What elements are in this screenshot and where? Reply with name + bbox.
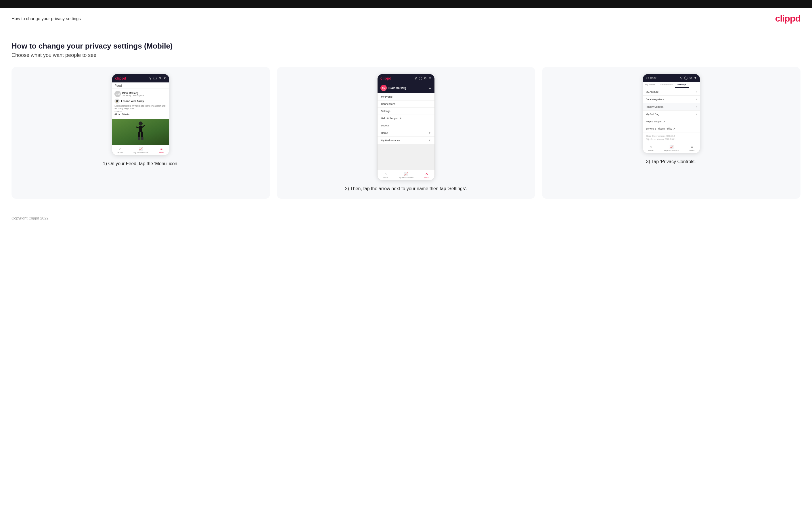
phone-mockup-2: clippd ⚲ ◯ ⚙ ▼ BM Blair McHarg [377,74,435,180]
data-integrations-chevron: › [696,98,697,101]
page-subheading: Choose what you want people to see [11,52,801,58]
phone-bottom-nav-1: ⌂ Home 📈 My Performance ≡ Menu [112,145,169,155]
phone-topbar-1: clippd ⚲ ◯ ⚙ ▼ [112,74,169,82]
tab-settings[interactable]: Settings [675,82,689,88]
chevron-down-icon-2: ▼ [428,76,432,80]
back-arrow-icon: ‹ [646,76,647,79]
menu-item-logout[interactable]: Logout [377,122,435,129]
phone-bottom-nav-3: ⌂ Home 📈 My Performance ≡ Menu [643,143,700,153]
svg-rect-4 [138,131,140,138]
step-3-caption: 3) Tap 'Privacy Controls'. [646,159,697,165]
settings-item-my-account[interactable]: My Account › [643,88,700,96]
nav-close[interactable]: ✕ Menu [424,172,429,178]
search-icon: ⚲ [149,76,152,80]
search-icon-3: ⚲ [680,76,682,80]
privacy-controls-label: Privacy Controls [646,105,664,108]
header-divider [0,27,812,27]
feed-post: BM Blair McHarg Yesterday · Sunningdale … [112,89,169,119]
phone-menu-overlay: BM Blair McHarg ▲ My Profile Connections… [377,82,435,170]
settings-item-data-integrations[interactable]: Data Integrations › [643,96,700,103]
page-heading: How to change your privacy settings (Mob… [11,42,801,51]
svg-rect-7 [141,137,144,140]
menu-item-my-profile[interactable]: My Profile [377,93,435,101]
settings-item-privacy-controls[interactable]: Privacy Controls › [643,103,700,111]
phone-mockup-3: ‹ < Back ⚲ ◯ ⚙ ▼ My Profile Connections … [643,74,700,153]
my-golf-bag-label: My Golf Bag [646,113,659,116]
back-button[interactable]: ‹ < Back [646,76,656,79]
feed-label: Feed [112,82,169,89]
privacy-controls-chevron: › [696,105,697,108]
menu-item-help[interactable]: Help & Support ↗ [377,115,435,122]
phone-topbar-2: clippd ⚲ ◯ ⚙ ▼ [377,74,435,82]
nav-menu: ≡ Menu [159,147,164,153]
step-1-card: clippd ⚲ ◯ ⚙ ▼ Feed BM B [11,67,270,199]
version-info: Clippd Client Version: 2022.8.3-3 GQL Se… [643,132,700,143]
chart-icon-2: 📈 [404,172,408,176]
phone-icons-3: ⚲ ◯ ⚙ ▼ [680,76,697,80]
copyright-text: Copyright Clippd 2022 [11,216,49,220]
user-icon-3: ◯ [684,76,688,80]
menu-avatar: BM [380,85,387,91]
nav-home-2: ⌂ Home [383,172,388,178]
phone-icons-2: ⚲ ◯ ⚙ ▼ [415,76,432,80]
header-title: How to change your privacy settings [11,16,81,21]
feed-duration-val: 01 hr : 30 min [114,113,167,115]
tab-my-profile[interactable]: My Profile [643,82,658,88]
service-privacy-label: Service & Privacy Policy ↗ [646,127,675,130]
header: How to change your privacy settings clip… [0,8,812,27]
version-client: Clippd Client Version: 2022.8.3-3 [646,135,697,138]
home-chevron-icon: ▼ [428,131,431,134]
tab-connections[interactable]: Connections [658,82,675,88]
menu-nav-performance[interactable]: My Performance ▼ [377,137,435,144]
feed-user-info: Blair McHarg Yesterday · Sunningdale [122,92,144,97]
feed-avatar: BM [114,91,121,97]
phone-mockup-1: clippd ⚲ ◯ ⚙ ▼ Feed BM B [112,74,169,155]
menu-item-settings[interactable]: Settings [377,108,435,115]
settings-list: My Account › Data Integrations › Privacy… [643,88,700,132]
my-account-chevron: › [696,90,697,93]
menu-user-row: BM Blair McHarg ▲ [377,82,435,93]
phone-logo-2: clippd [380,76,391,80]
help-support-label: Help & Support ↗ [646,120,665,123]
steps-row: clippd ⚲ ◯ ⚙ ▼ Feed BM B [11,67,801,199]
nav-home-label-2: Home [383,176,388,178]
settings-icon-2: ⚙ [424,76,427,80]
user-icon-2: ◯ [419,76,422,80]
nav-performance-label: My Performance [134,151,148,153]
menu-item-connections[interactable]: Connections [377,101,435,108]
svg-rect-6 [138,137,140,140]
step-1-caption: 1) On your Feed, tap the 'Menu' icon. [103,161,179,167]
step-3-card: ‹ < Back ⚲ ◯ ⚙ ▼ My Profile Connections … [542,67,801,199]
user-icon: ◯ [153,76,157,80]
settings-item-my-golf-bag[interactable]: My Golf Bag › [643,111,700,118]
nav-menu-label: Menu [159,151,164,153]
step-2-card: clippd ⚲ ◯ ⚙ ▼ BM Blair McHarg [277,67,536,199]
feed-user-meta: Yesterday · Sunningdale [122,95,144,97]
menu-nav-home[interactable]: Home ▼ [377,129,435,137]
nav-performance: 📈 My Performance [134,147,148,153]
phone-icons-1: ⚲ ◯ ⚙ ▼ [149,76,166,80]
feed-duration-label: Duration [114,111,167,113]
chevron-down-icon-3: ▼ [694,76,697,80]
settings-icon-3: ⚙ [689,76,692,80]
my-account-label: My Account [646,91,658,93]
close-icon: ✕ [425,172,428,176]
svg-rect-5 [141,131,143,138]
chart-icon-3: 📈 [669,145,674,149]
my-golf-bag-chevron: › [696,113,697,116]
logo: clippd [775,13,801,24]
nav-home: ⌂ Home [117,147,123,153]
lesson-icon: 🎓 [114,99,119,104]
home-icon-3: ⌂ [650,145,652,149]
golfer-svg [132,121,149,144]
nav-home-3: ⌂ Home [648,145,654,151]
settings-item-privacy-policy[interactable]: Service & Privacy Policy ↗ [643,125,700,132]
phone-feed: Feed BM Blair McHarg Yesterday · Sunning… [112,82,169,145]
performance-chevron-icon: ▼ [428,139,431,142]
nav-performance-label-3: My Performance [664,149,679,151]
menu-collapse-icon: ▲ [428,86,432,90]
nav-menu-label-3: Menu [690,149,695,151]
nav-close-label: Menu [424,176,429,178]
nav-performance-2: 📈 My Performance [399,172,413,178]
settings-item-help[interactable]: Help & Support ↗ [643,118,700,125]
